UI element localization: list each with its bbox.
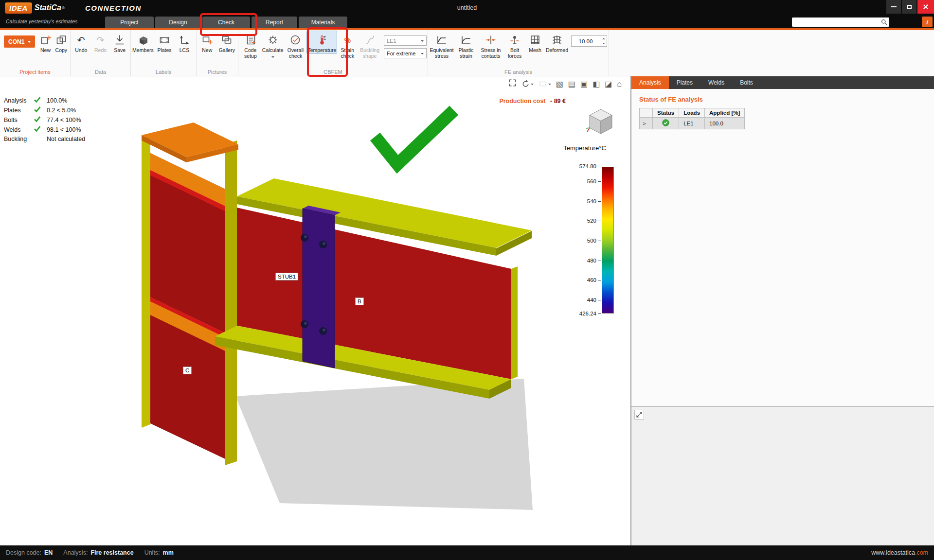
transparent-view-button[interactable]: ◧ <box>593 80 600 88</box>
plastic-strain-label: Plastic strain <box>454 48 478 59</box>
legend-max-label: 574.80 <box>579 163 596 169</box>
app-name: CONNECTION <box>85 4 142 12</box>
redo-label: Redo <box>94 48 107 53</box>
members-labels-button[interactable]: Members <box>132 31 154 53</box>
calculate-button[interactable]: Calculate <box>262 31 284 59</box>
lcs-label: LCS <box>180 48 189 53</box>
plates-label: Plates <box>157 48 171 53</box>
model-3d[interactable] <box>0 76 630 545</box>
check-row-name: Analysis <box>4 97 34 104</box>
fe-status-heading: Status of FE analysis <box>639 96 934 103</box>
ribbon-group-data: ↶ Undo ↷ Redo Save Data <box>71 30 131 76</box>
tab-materials[interactable]: Materials <box>299 17 347 28</box>
plastic-strain-button[interactable]: Plastic strain <box>454 31 478 59</box>
table-row[interactable]: > LE1 100.0 <box>640 118 745 129</box>
close-button[interactable] <box>917 0 934 14</box>
tab-bolts[interactable]: Bolts <box>732 76 761 89</box>
lcs-button[interactable]: LCS <box>175 31 194 53</box>
save-button[interactable]: Save <box>110 31 129 53</box>
fit-view-button[interactable] <box>508 79 517 89</box>
group-label-data: Data <box>71 69 130 75</box>
connection-item-button[interactable]: CON1 <box>4 35 35 48</box>
tab-analysis[interactable]: Analysis <box>631 76 669 89</box>
row-expander[interactable]: > <box>640 118 653 129</box>
new-picture-button[interactable]: New <box>198 31 217 53</box>
gallery-button[interactable]: Gallery <box>217 31 237 53</box>
legend-tick-mark <box>598 181 601 182</box>
group-label-cbfem: CBFEM <box>238 69 428 75</box>
spinner-arrows[interactable] <box>600 36 607 46</box>
extreme-dropdown[interactable]: For extreme <box>384 48 427 58</box>
temperature-thermometer-icon <box>315 33 329 47</box>
lcs-axes-icon <box>178 33 191 47</box>
info-button[interactable]: i <box>922 17 933 27</box>
home-view-button[interactable]: ⌂ <box>617 80 622 88</box>
production-cost-value: - 89 € <box>550 98 566 105</box>
loads-cell: LE1 <box>679 118 705 129</box>
tab-project[interactable]: Project <box>105 17 154 28</box>
temperature-scale-bar <box>602 167 614 314</box>
loads-header: Loads <box>679 108 705 118</box>
ribbon-group-fe-analysis: Equivalent stress Plastic strain Stress … <box>428 30 609 76</box>
code-setup-button[interactable]: Code setup <box>239 31 262 59</box>
search-box <box>792 18 889 27</box>
tab-report[interactable]: Report <box>251 17 297 28</box>
mesh-button[interactable]: Mesh <box>525 31 545 53</box>
new-picture-label: New <box>202 48 212 53</box>
legend-tick-mark <box>598 280 601 280</box>
check-row-name: Welds <box>4 126 34 133</box>
group-label-project-items: Project items <box>0 69 70 75</box>
results-panel: Analysis Plates Welds Bolts Status of FE… <box>630 76 934 545</box>
statusbar: Design code: EN Analysis: Fire resistanc… <box>0 545 934 560</box>
expander-header <box>640 108 653 118</box>
temperature-button[interactable]: Temperature <box>307 31 337 53</box>
wireframe-view-button[interactable]: ▧ <box>556 80 563 88</box>
mesh-icon <box>528 33 542 47</box>
bolt-forces-icon <box>508 33 521 47</box>
section-view-button[interactable]: ◪ <box>605 80 612 88</box>
minimize-button[interactable] <box>886 0 901 14</box>
temperature-legend: Temperature°C 574.80 560 540 520 500 480… <box>553 144 617 327</box>
overall-check-button[interactable]: Overall check <box>284 31 307 59</box>
new-item-button[interactable]: New <box>37 31 53 53</box>
shaded-view-button[interactable]: ▤ <box>568 80 575 88</box>
load-case-dropdown[interactable]: LE1 <box>384 35 427 46</box>
equivalent-stress-button[interactable]: Equivalent stress <box>429 31 454 59</box>
bolt-forces-button[interactable]: Bolt forces <box>504 31 525 59</box>
group-label-pictures: Pictures <box>197 69 238 75</box>
solid-view-button[interactable]: ▣ <box>580 80 588 88</box>
save-icon <box>113 33 126 47</box>
strain-check-button[interactable]: % Strain check <box>337 31 358 59</box>
stress-in-contacts-button[interactable]: Stress in contacts <box>478 31 504 59</box>
titlebar: IDEA StatiCa ® CONNECTION untitled <box>0 0 934 16</box>
deformed-button[interactable]: Deformed <box>545 31 569 53</box>
rotate-view-button[interactable] <box>521 80 534 88</box>
website-link[interactable]: www.ideastatica <box>871 549 915 556</box>
chevron-down-icon <box>531 84 534 87</box>
deformed-label: Deformed <box>546 48 568 53</box>
search-input[interactable] <box>792 19 881 25</box>
tab-design[interactable]: Design <box>155 17 201 28</box>
statica-logo-text: StatiCa <box>35 3 61 12</box>
tab-plates[interactable]: Plates <box>669 76 700 89</box>
viewport-3d[interactable]: Analysis 100.0% Plates 0.2 < 5.0% Bolts … <box>0 76 630 545</box>
navigation-cube[interactable] <box>585 105 617 137</box>
analysis-summary-overlay: Analysis 100.0% Plates 0.2 < 5.0% Bolts … <box>4 97 85 142</box>
copy-item-button[interactable]: Copy <box>54 31 69 53</box>
minimize-icon <box>891 6 897 7</box>
stress-in-contacts-label: Stress in contacts <box>478 48 504 59</box>
maximize-button[interactable] <box>902 0 916 14</box>
plates-labels-button[interactable]: Plates <box>154 31 175 53</box>
ribbon-group-project-items: CON1 New Copy Project items <box>0 30 71 76</box>
tab-check[interactable]: Check <box>202 17 250 28</box>
applied-header: Applied [%] <box>705 108 745 118</box>
undo-button[interactable]: ↶ Undo <box>72 31 91 53</box>
check-row-name: Buckling <box>4 136 34 142</box>
check-row-value: 98.1 < 100% <box>47 126 85 133</box>
model-shadow <box>235 379 533 510</box>
expand-panel-button[interactable] <box>634 410 644 420</box>
legend-tick-label: 500 <box>587 238 596 244</box>
website-tld[interactable]: .com <box>915 549 928 556</box>
deformed-scale-spinner[interactable]: 10.00 <box>571 35 607 47</box>
tab-welds[interactable]: Welds <box>700 76 732 89</box>
